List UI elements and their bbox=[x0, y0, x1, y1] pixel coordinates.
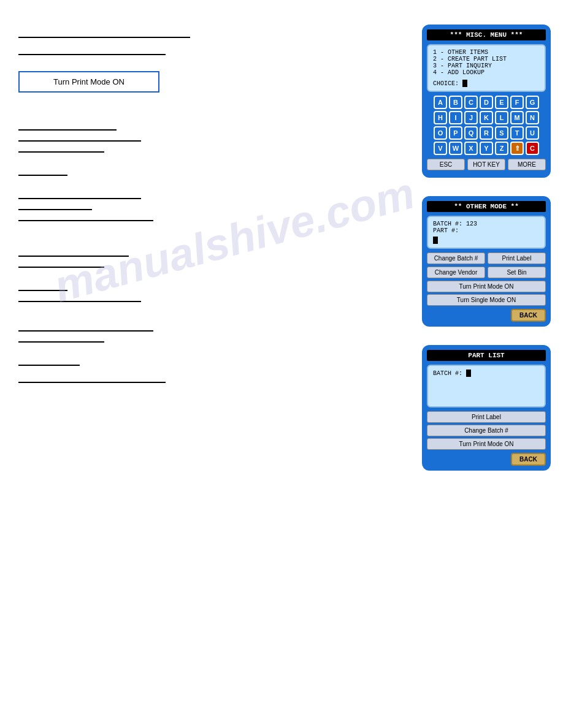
right-panels: *** MISC. MENU *** 1 - OTHER ITEMS 2 - C… bbox=[422, 25, 551, 471]
key-P[interactable]: P bbox=[449, 126, 462, 140]
key-M[interactable]: M bbox=[510, 111, 524, 124]
line-10 bbox=[18, 256, 129, 257]
line-8 bbox=[18, 209, 92, 210]
key-Y[interactable]: Y bbox=[480, 142, 493, 155]
line-2 bbox=[18, 54, 166, 55]
line-4 bbox=[18, 140, 141, 142]
part-list-panel: PART LIST BATCH #: Print Label Change Ba… bbox=[422, 345, 551, 471]
kb-row-3: O P Q R S T U bbox=[427, 126, 546, 140]
key-J[interactable]: J bbox=[464, 111, 478, 124]
key-T[interactable]: T bbox=[510, 126, 524, 140]
key-D[interactable]: D bbox=[480, 96, 493, 109]
key-R[interactable]: R bbox=[480, 126, 493, 140]
line-7 bbox=[18, 198, 141, 199]
key-Q[interactable]: Q bbox=[464, 126, 478, 140]
misc-menu-line-4: 4 - ADD LOOKUP bbox=[433, 69, 540, 76]
other-mode-part: PART #: bbox=[433, 227, 540, 234]
kb-row-4: V W X Y Z ⇑ C bbox=[427, 142, 546, 155]
change-batch-button-3[interactable]: Change Batch # bbox=[427, 425, 546, 436]
key-V[interactable]: V bbox=[434, 142, 447, 155]
back-button-2[interactable]: BACK bbox=[511, 309, 546, 322]
line-5 bbox=[18, 151, 104, 153]
key-A[interactable]: A bbox=[434, 96, 447, 109]
change-batch-button[interactable]: Change Batch # bbox=[427, 252, 485, 264]
key-X[interactable]: X bbox=[464, 142, 478, 155]
key-E[interactable]: E bbox=[495, 96, 508, 109]
turn-single-mode-on-button[interactable]: Turn Single Mode ON bbox=[427, 294, 546, 306]
misc-menu-choice: CHOICE: bbox=[433, 80, 540, 87]
more-button[interactable]: MORE bbox=[508, 159, 546, 170]
key-F[interactable]: F bbox=[510, 96, 524, 109]
other-mode-title: ** OTHER MODE ** bbox=[427, 201, 546, 212]
left-content: Turn Print Mode ON bbox=[18, 37, 337, 393]
kb-row-1: A B C D E F G bbox=[427, 96, 546, 109]
turn-print-mode-on-button-3[interactable]: Turn Print Mode ON bbox=[427, 438, 546, 450]
part-list-title: PART LIST bbox=[427, 350, 546, 361]
misc-menu-screen: 1 - OTHER ITEMS 2 - CREATE PART LIST 3 -… bbox=[427, 44, 546, 92]
other-mode-batch: BATCH #: 123 bbox=[433, 221, 540, 227]
part-list-batch: BATCH #: bbox=[433, 370, 540, 377]
key-Z[interactable]: Z bbox=[495, 142, 508, 155]
line-3 bbox=[18, 129, 117, 131]
key-G[interactable]: G bbox=[526, 96, 539, 109]
key-L[interactable]: L bbox=[495, 111, 508, 124]
other-mode-row2: Change Vendor Set Bin bbox=[427, 267, 546, 278]
key-W[interactable]: W bbox=[449, 142, 462, 155]
key-C[interactable]: C bbox=[464, 96, 478, 109]
misc-menu-panel: *** MISC. MENU *** 1 - OTHER ITEMS 2 - C… bbox=[422, 25, 551, 178]
other-mode-row1: Change Batch # Print Label bbox=[427, 252, 546, 264]
key-B[interactable]: B bbox=[449, 96, 462, 109]
key-U[interactable]: U bbox=[526, 126, 539, 140]
print-label-button-1[interactable]: Print Label bbox=[488, 252, 546, 264]
part-list-screen: BATCH #: bbox=[427, 365, 546, 408]
key-K[interactable]: K bbox=[480, 111, 493, 124]
line-13 bbox=[18, 301, 141, 302]
turn-print-mode-button[interactable]: Turn Print Mode ON bbox=[18, 71, 159, 93]
key-S[interactable]: S bbox=[495, 126, 508, 140]
line-17 bbox=[18, 382, 166, 383]
line-11 bbox=[18, 267, 104, 268]
back-button-3[interactable]: BACK bbox=[511, 453, 546, 466]
esc-button[interactable]: ESC bbox=[427, 159, 465, 170]
turn-print-mode-on-button-2[interactable]: Turn Print Mode ON bbox=[427, 281, 546, 292]
line-12 bbox=[18, 290, 67, 291]
kb-row-2: H I J K L M N bbox=[427, 111, 546, 124]
print-label-button-3[interactable]: Print Label bbox=[427, 411, 546, 423]
key-clear[interactable]: C bbox=[526, 142, 539, 155]
line-9 bbox=[18, 220, 153, 221]
change-vendor-button[interactable]: Change Vendor bbox=[427, 267, 485, 278]
line-15 bbox=[18, 341, 104, 343]
other-mode-screen: BATCH #: 123 PART #: bbox=[427, 216, 546, 249]
key-N[interactable]: N bbox=[526, 111, 539, 124]
misc-menu-line-1: 1 - OTHER ITEMS bbox=[433, 49, 540, 56]
line-16 bbox=[18, 365, 80, 366]
key-shift[interactable]: ⇑ bbox=[510, 142, 524, 155]
misc-menu-line-3: 3 - PART INQUIRY bbox=[433, 63, 540, 69]
line-6 bbox=[18, 175, 67, 176]
back-row-2: BACK bbox=[427, 308, 546, 322]
misc-menu-line-2: 2 - CREATE PART LIST bbox=[433, 56, 540, 63]
keyboard: A B C D E F G H I J K L M N O P Q R bbox=[427, 96, 546, 155]
line-14 bbox=[18, 330, 153, 332]
hotkey-button[interactable]: HOT KEY bbox=[467, 159, 505, 170]
other-mode-panel: ** OTHER MODE ** BATCH #: 123 PART #: Ch… bbox=[422, 196, 551, 327]
key-O[interactable]: O bbox=[434, 126, 447, 140]
back-row-3: BACK bbox=[427, 452, 546, 466]
key-I[interactable]: I bbox=[449, 111, 462, 124]
misc-menu-title: *** MISC. MENU *** bbox=[427, 29, 546, 40]
misc-menu-bottom-buttons: ESC HOT KEY MORE bbox=[427, 159, 546, 170]
line-1 bbox=[18, 37, 190, 38]
set-bin-button[interactable]: Set Bin bbox=[488, 267, 546, 278]
key-H[interactable]: H bbox=[434, 111, 447, 124]
